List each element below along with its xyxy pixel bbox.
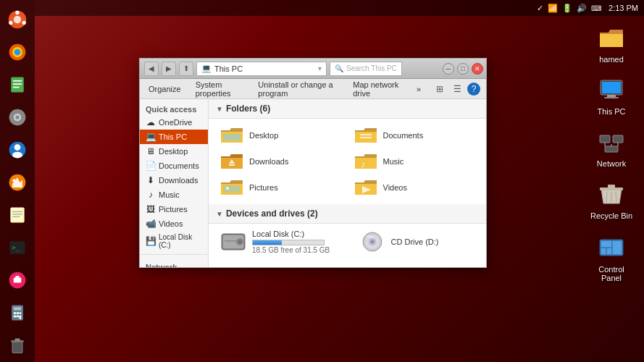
svg-point-1 <box>14 15 22 23</box>
address-bar[interactable]: 💻 This PC ▾ <box>196 62 327 76</box>
folder-desktop[interactable]: Desktop <box>214 123 347 148</box>
sidebar-pictures[interactable]: 🖼 Pictures <box>140 202 208 216</box>
view-details-button[interactable]: ☰ <box>450 82 464 96</box>
desktop-icon-control-panel[interactable]: ControlPanel <box>586 230 637 285</box>
minimize-button[interactable]: ─ <box>443 63 454 75</box>
sidebar-videos[interactable]: 📹 Videos <box>140 216 208 231</box>
svg-rect-58 <box>601 248 606 254</box>
sidebar-music[interactable]: ♪ Music <box>140 188 208 202</box>
up-button[interactable]: ⬆ <box>179 62 193 76</box>
documents-folder-icon <box>354 126 377 145</box>
svg-point-3 <box>22 20 26 24</box>
desktop-icon-hamed[interactable]: hamed <box>586 20 637 67</box>
software-button[interactable] <box>3 266 32 295</box>
tray-volume-icon[interactable]: 🔊 <box>577 4 587 13</box>
folder-grid: Desktop Documents <box>209 119 486 204</box>
sidebar-this-pc[interactable]: 💻 This PC <box>140 130 208 144</box>
firefox-button[interactable] <box>3 38 32 66</box>
toolbar-map-network[interactable]: Map network drive <box>350 79 405 99</box>
view-options-button[interactable]: ⊞ <box>432 82 447 96</box>
sidebar-desktop[interactable]: 🖥 Desktop <box>140 144 208 159</box>
svg-point-7 <box>14 49 21 55</box>
calculator-button[interactable] <box>3 299 32 327</box>
svg-point-16 <box>14 144 21 151</box>
files-button[interactable] <box>3 70 32 98</box>
tray-battery-icon[interactable]: 🔋 <box>562 4 572 13</box>
sidebar-documents[interactable]: 📄 Documents <box>140 159 208 173</box>
title-bar-nav: ◀ ▶ ⬆ <box>144 62 193 76</box>
desktop-folder-icon <box>220 126 243 145</box>
music-folder-icon: ♪ <box>354 152 377 171</box>
svg-rect-57 <box>601 241 611 247</box>
svg-rect-11 <box>13 86 20 88</box>
contacts-button[interactable] <box>3 135 32 164</box>
system-settings-button[interactable] <box>3 103 32 131</box>
svg-rect-33 <box>17 313 20 315</box>
disk-usage-bar-wrap <box>252 240 325 245</box>
device-cd-drive[interactable]: CD Drive (D:) <box>348 227 487 257</box>
local-disk-free: 18.5 GB free of 31.5 GB <box>252 246 330 254</box>
system-tray: ✓ 📶 🔋 🔊 ⌨ 2:13 PM <box>35 0 644 16</box>
toolbar-organize[interactable]: Organize <box>146 83 184 95</box>
folder-downloads[interactable]: Downloads <box>214 149 347 174</box>
svg-rect-21 <box>10 208 24 223</box>
search-icon: 🔍 <box>335 64 343 72</box>
music-sidebar-label: Music <box>159 190 180 199</box>
sidebar-downloads[interactable]: ⬇ Downloads <box>140 173 208 188</box>
svg-rect-42 <box>602 82 621 93</box>
music-sidebar-icon: ♪ <box>146 190 156 200</box>
folder-videos[interactable]: Videos <box>348 175 481 200</box>
toolbar-uninstall[interactable]: Uninstall or change a program <box>255 79 341 99</box>
terminal-button[interactable]: >_ <box>3 234 32 262</box>
toolbar-more[interactable]: » <box>414 83 424 95</box>
window-controls: ─ □ ✕ <box>443 63 483 75</box>
hdd-icon <box>220 231 246 253</box>
svg-rect-75 <box>225 240 236 242</box>
folders-section-label: Folders (6) <box>226 104 270 114</box>
folder-documents[interactable]: Documents <box>348 123 481 148</box>
svg-rect-62 <box>360 134 372 135</box>
svg-rect-38 <box>12 342 22 353</box>
desktop-folder-label: Desktop <box>249 131 278 140</box>
trash-taskbar-button[interactable] <box>3 332 32 360</box>
recycle-bin-label: Recycle Bin <box>590 211 632 220</box>
back-button[interactable]: ◀ <box>144 62 159 76</box>
close-button[interactable]: ✕ <box>472 63 483 75</box>
folder-pictures[interactable]: Pictures <box>214 175 347 200</box>
svg-rect-28 <box>14 278 22 283</box>
videos-folder-icon <box>354 178 377 197</box>
tray-keyboard-icon[interactable]: ⌨ <box>591 4 601 12</box>
svg-rect-47 <box>605 146 618 152</box>
path-dropdown-arrow[interactable]: ▾ <box>318 64 322 72</box>
help-button[interactable]: ? <box>467 83 480 96</box>
toolbar-system-properties[interactable]: System properties <box>193 79 247 99</box>
svg-rect-34 <box>20 313 22 315</box>
desktop-icon-network[interactable]: Network <box>586 125 637 171</box>
maximize-button[interactable]: □ <box>457 63 469 75</box>
search-bar[interactable]: 🔍 Search This PC <box>330 62 402 76</box>
folder-music[interactable]: ♪ Music <box>348 149 481 174</box>
svg-rect-10 <box>13 83 22 85</box>
folders-section-header[interactable]: ▼ Folders (6) <box>209 99 486 119</box>
pictures-folder-icon <box>220 178 243 197</box>
devices-section-header[interactable]: ▼ Devices and drives (2) <box>209 204 486 224</box>
svg-rect-24 <box>12 216 20 217</box>
music-folder-label: Music <box>383 157 404 166</box>
tasks-button[interactable] <box>3 201 32 230</box>
svg-rect-65 <box>229 164 235 166</box>
sidebar-local-disk[interactable]: 💾 Local Disk (C:) <box>140 231 208 251</box>
ubuntu-button[interactable] <box>3 5 32 33</box>
desktop-icon-this-pc[interactable]: This PC <box>586 72 637 119</box>
forward-button[interactable]: ▶ <box>162 62 176 76</box>
documents-folder-label: Documents <box>383 131 424 140</box>
tray-network-icon[interactable]: 📶 <box>548 4 558 13</box>
search-placeholder: Search This PC <box>346 64 397 72</box>
sidebar-onedrive[interactable]: ☁ OneDrive <box>140 115 208 130</box>
photos-button[interactable] <box>3 168 32 196</box>
downloads-sidebar-label: Downloads <box>159 176 198 185</box>
desktop-icon-recycle-bin[interactable]: Recycle Bin <box>586 177 637 223</box>
tray-checkmark-icon: ✓ <box>537 4 543 13</box>
svg-point-2 <box>15 10 19 14</box>
device-local-disk[interactable]: Local Disk (C:) 18.5 GB free of 31.5 GB <box>209 227 348 257</box>
desktop-sidebar-icon: 🖥 <box>146 146 156 156</box>
